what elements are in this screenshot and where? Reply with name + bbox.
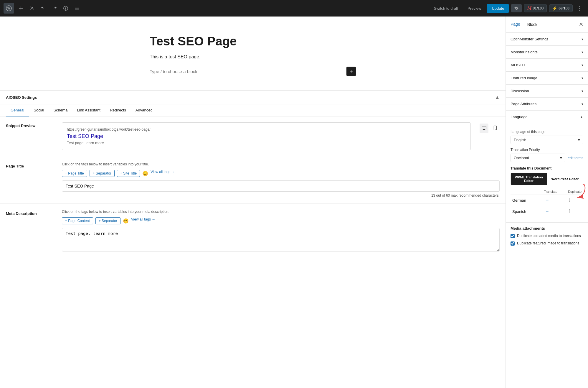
duplicate-german-checkbox[interactable] bbox=[569, 198, 573, 202]
duplicate-featured-image-checkbox[interactable] bbox=[511, 241, 515, 246]
accordion-optinmonster: OptinMonster Settings ▾ bbox=[506, 33, 588, 46]
tab-general[interactable]: General bbox=[6, 104, 29, 116]
accordion-featured-image-chevron: ▾ bbox=[582, 76, 583, 80]
tag-emoji-button[interactable]: 😊 bbox=[142, 170, 148, 177]
aioseo-panel: AIOSEO Settings ▲ General Social Schema … bbox=[0, 90, 506, 258]
add-german-translation-button[interactable]: + bbox=[546, 197, 549, 203]
tab-link-assistant[interactable]: Link Assistant bbox=[72, 104, 105, 116]
aioseo-panel-title: AIOSEO Settings bbox=[6, 95, 37, 100]
accordion-discussion: Discussion ▾ bbox=[506, 85, 588, 98]
page-title-field-row: Page Title Click on the tags below to in… bbox=[0, 156, 506, 203]
desktop-view-button[interactable] bbox=[480, 124, 488, 133]
media-checkbox-row-2: Duplicate featured image to translations bbox=[511, 241, 583, 246]
trans-lang-german: German bbox=[511, 195, 535, 206]
sidebar-tab-block[interactable]: Block bbox=[527, 21, 537, 28]
svg-text:W: W bbox=[7, 7, 10, 10]
preview-button[interactable]: Preview bbox=[464, 4, 485, 12]
tab-social[interactable]: Social bbox=[29, 104, 49, 116]
mobile-view-button[interactable] bbox=[491, 124, 500, 133]
update-button[interactable]: Update bbox=[487, 4, 509, 13]
page-title-input[interactable] bbox=[62, 180, 500, 192]
tools-button[interactable] bbox=[28, 4, 37, 13]
info-button[interactable] bbox=[61, 4, 70, 13]
edit-terms-link[interactable]: edit terms bbox=[568, 156, 583, 160]
redo-button[interactable] bbox=[50, 4, 59, 13]
duplicate-spanish-checkbox[interactable] bbox=[569, 209, 573, 213]
editor-area: Test SEO Page This is a test SEO page. T… bbox=[0, 17, 506, 388]
tag-page-content[interactable]: + Page Content bbox=[62, 217, 93, 224]
media-checkbox-row-1: Duplicate uploaded media to translations bbox=[511, 234, 583, 239]
accordion-monsterinsights: MonsterInsights ▾ bbox=[506, 46, 588, 59]
translate-tab-wpml[interactable]: WPML Translation Editor bbox=[511, 173, 547, 185]
accordion-monsterinsights-header[interactable]: MonsterInsights ▾ bbox=[506, 46, 588, 58]
meta-description-field-row: Meta Description Click on the tags below… bbox=[0, 203, 506, 258]
svg-rect-7 bbox=[75, 7, 79, 7]
sidebar-close-button[interactable]: ✕ bbox=[579, 21, 583, 28]
tab-redirects[interactable]: Redirects bbox=[105, 104, 131, 116]
view-all-meta-tags-link[interactable]: View all tags → bbox=[131, 217, 155, 224]
translation-table-container: Translate Duplicate German + bbox=[511, 189, 583, 217]
trans-col-duplicate: Duplicate bbox=[559, 189, 583, 195]
priority-select[interactable]: Opcional ▾ bbox=[511, 154, 565, 162]
tag-page-title[interactable]: + Page Title bbox=[62, 170, 87, 177]
more-options-button[interactable]: ⋮ bbox=[575, 3, 584, 14]
accordion-featured-image-label: Featured image bbox=[511, 76, 537, 80]
accordion-optinmonster-header[interactable]: OptinMonster Settings ▾ bbox=[506, 33, 588, 45]
svg-rect-12 bbox=[483, 130, 485, 130]
lang-of-page-label: Language of this page bbox=[511, 130, 583, 134]
tab-schema[interactable]: Schema bbox=[49, 104, 72, 116]
right-sidebar: Page Block ✕ OptinMonster Settings ▾ Mon… bbox=[506, 17, 588, 388]
seo-score-badge[interactable]: M 31/100 bbox=[524, 4, 547, 12]
duplicate-uploaded-media-checkbox[interactable] bbox=[511, 234, 515, 238]
accordion-featured-image-header[interactable]: Featured image ▾ bbox=[506, 72, 588, 84]
aioseo-collapse-button[interactable]: ▲ bbox=[495, 95, 500, 100]
accordion-optinmonster-label: OptinMonster Settings bbox=[511, 37, 549, 41]
duplicate-featured-image-label: Duplicate featured image to translations bbox=[517, 241, 579, 246]
page-body-text[interactable]: This is a test SEO page. bbox=[150, 54, 356, 60]
accordion-page-attributes-header[interactable]: Page Attributes ▾ bbox=[506, 98, 588, 110]
sidebar-header: Page Block ✕ bbox=[506, 17, 588, 33]
accordion-language-header[interactable]: Language ▲ bbox=[506, 111, 588, 123]
accordion-language-body: Language of this page English ▾ Translat… bbox=[506, 123, 588, 222]
meta-description-content: Click on the tags below to insert variab… bbox=[62, 210, 500, 252]
trans-row-german: German + bbox=[511, 195, 583, 206]
tag-emoji-meta-button[interactable]: 😊 bbox=[123, 217, 129, 224]
meta-description-tags-row: + Page Content + Separator 😊 View all ta… bbox=[62, 217, 500, 224]
performance-badge[interactable]: ⚡ 68/100 bbox=[549, 4, 573, 12]
translation-priority-label: Translation Priority bbox=[511, 148, 583, 152]
add-block-button[interactable]: + bbox=[346, 67, 356, 76]
accordion-aioseo-label: AIOSEO bbox=[511, 63, 525, 67]
switch-draft-button[interactable]: Switch to draft bbox=[430, 4, 462, 12]
tag-separator[interactable]: + Separator bbox=[90, 170, 115, 177]
media-attachments-title: Media attachments bbox=[511, 226, 583, 231]
translation-table: Translate Duplicate German + bbox=[511, 189, 583, 217]
accordion-aioseo-header[interactable]: AIOSEO ▾ bbox=[506, 59, 588, 71]
translate-tabs: WPML Translation Editor WordPress Editor bbox=[511, 173, 583, 185]
list-view-button[interactable] bbox=[72, 4, 81, 13]
page-title-tags-row: + Page Title + Separator + Site Title 😊 … bbox=[62, 170, 500, 177]
accordion-page-attributes: Page Attributes ▾ bbox=[506, 98, 588, 111]
svg-rect-8 bbox=[75, 8, 79, 8]
accordion-discussion-header[interactable]: Discussion ▾ bbox=[506, 85, 588, 97]
view-all-tags-link[interactable]: View all tags → bbox=[151, 170, 175, 177]
svg-point-14 bbox=[495, 129, 495, 130]
sidebar-tab-page[interactable]: Page bbox=[511, 21, 520, 28]
main-layout: Test SEO Page This is a test SEO page. T… bbox=[0, 17, 588, 388]
priority-row: Opcional ▾ edit terms bbox=[511, 154, 583, 162]
snippet-url: https://green-guitar.sandbox.otgs.work/t… bbox=[67, 127, 466, 131]
meta-description-textarea[interactable]: Test page, learn more bbox=[62, 228, 500, 251]
accordion-language-chevron: ▲ bbox=[580, 115, 583, 119]
snippet-title: Test SEO Page bbox=[67, 133, 466, 139]
page-title-heading[interactable]: Test SEO Page bbox=[150, 34, 356, 48]
tab-advanced[interactable]: Advanced bbox=[131, 104, 157, 116]
tag-site-title[interactable]: + Site Title bbox=[117, 170, 140, 177]
accordion-aioseo-chevron: ▾ bbox=[582, 63, 583, 67]
tag-separator-meta[interactable]: + Separator bbox=[95, 217, 120, 224]
translate-tab-wordpress[interactable]: WordPress Editor bbox=[547, 173, 583, 185]
language-select[interactable]: English ▾ bbox=[511, 136, 583, 144]
undo-button[interactable] bbox=[39, 4, 48, 13]
insert-block-button[interactable] bbox=[16, 4, 25, 13]
add-spanish-translation-button[interactable]: + bbox=[546, 208, 549, 215]
settings-button[interactable] bbox=[511, 4, 522, 12]
language-chevron-icon: ▾ bbox=[578, 138, 580, 142]
